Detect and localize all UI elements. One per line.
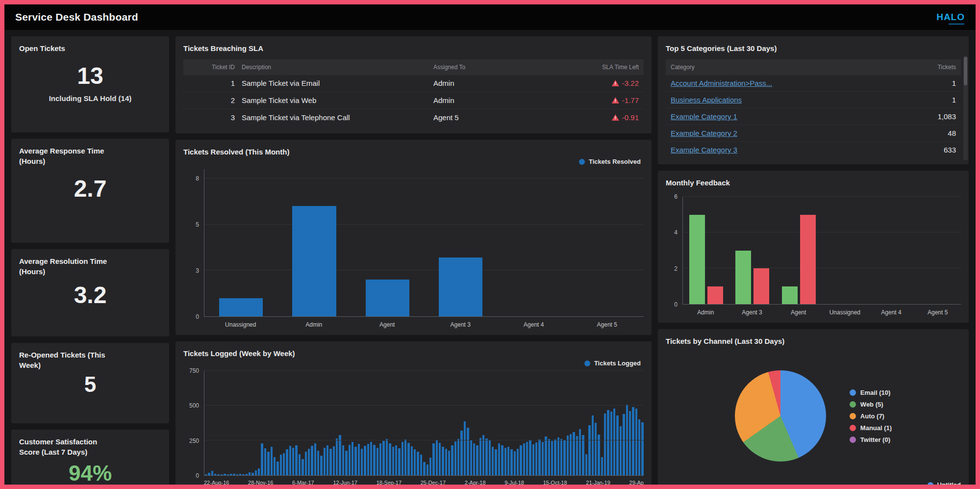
legend-dot-icon <box>850 437 856 443</box>
bar <box>314 443 316 475</box>
bar <box>345 451 347 475</box>
legend-item: Web (5) <box>850 401 892 408</box>
chart-title: Tickets Logged (Week by Week) <box>183 348 644 359</box>
ticket-id: 1 <box>188 79 235 88</box>
tickets-count: 48 <box>892 129 956 137</box>
x-axis-label: 2-Apr-18 <box>465 480 486 485</box>
ticket-description: Sample Ticket via Web <box>242 96 427 105</box>
bar <box>439 257 483 316</box>
table-row[interactable]: 3 Sample Ticket via Telephone Call Agent… <box>183 109 644 126</box>
col-tickets: Tickets <box>892 64 956 71</box>
bar <box>320 456 322 475</box>
legend-label: Web (5) <box>860 401 883 408</box>
category-link[interactable]: Example Category 1 <box>671 112 737 121</box>
bar <box>327 445 328 475</box>
pie-circle <box>735 370 826 462</box>
category-link[interactable]: Account Administration>Pass... <box>671 79 772 87</box>
legend-item: Email (10) <box>850 389 892 396</box>
bar <box>635 409 637 475</box>
bar <box>538 439 540 475</box>
bar <box>221 474 223 475</box>
scrollbar-thumb[interactable] <box>964 57 967 85</box>
chart-title: Tickets Resolved (This Month) <box>183 147 644 157</box>
bar <box>420 455 422 475</box>
chart-title: Monthly Feedback <box>666 178 961 188</box>
legend-label: Email (10) <box>860 389 890 396</box>
col-sla-time-left: SLA Time Left <box>553 64 639 71</box>
bar <box>417 452 419 475</box>
kpi-subtitle: Including SLA Hold (14) <box>19 94 161 103</box>
bar <box>457 439 459 475</box>
bar-group <box>776 197 822 304</box>
top-bar: Service Desk Dashboard HALO <box>4 4 976 30</box>
pie-legend: Email (10) Web (5) Auto (7) Manual <box>850 389 892 443</box>
bar <box>554 439 556 475</box>
bar <box>535 442 537 475</box>
bar <box>329 449 331 475</box>
ticket-assigned: Agent 5 <box>433 113 546 122</box>
bar <box>382 441 384 475</box>
kpi-value: 94% <box>19 461 161 485</box>
y-tick-label: 0 <box>674 301 678 308</box>
bar <box>349 445 351 475</box>
x-axis-label: Admin <box>277 321 351 328</box>
bar <box>470 440 472 475</box>
bar <box>560 439 562 475</box>
col-ticket-id: Ticket ID <box>188 64 235 71</box>
bar <box>386 439 388 475</box>
legend-label: Twitter (0) <box>860 436 890 443</box>
bar-group <box>424 169 497 316</box>
bar <box>442 447 444 476</box>
x-axis-label: 9-Jul-18 <box>504 480 524 485</box>
y-tick-label: 4 <box>674 229 678 236</box>
bar <box>532 444 534 475</box>
kpi-value: 2.7 <box>19 175 161 202</box>
bar <box>233 474 235 475</box>
bar <box>407 443 409 475</box>
kpi-open-tickets: Open Tickets 13 Including SLA Hold (14) <box>11 36 169 132</box>
category-link[interactable]: Business Applications <box>671 96 742 104</box>
bar <box>246 474 248 475</box>
legend-item: Twitter (0) <box>850 436 892 443</box>
bar <box>283 453 285 475</box>
bar <box>629 411 631 475</box>
y-axis: 6420 <box>666 197 682 305</box>
bar <box>451 445 453 475</box>
bar <box>227 474 229 475</box>
gridline <box>204 440 644 440</box>
ticket-description: Sample Ticket via Telephone Call <box>242 113 427 122</box>
x-axis: AdminAgent 3AgentUnassignedAgent 4Agent … <box>682 305 961 316</box>
chart-legend: Tickets Logged <box>183 359 644 371</box>
halo-logo[interactable]: HALO <box>936 12 965 23</box>
kpi-reopened: Re-Opened Tickets (This Week) 5 <box>11 343 169 423</box>
bar <box>251 473 253 475</box>
bar <box>436 440 438 475</box>
bar <box>373 445 375 475</box>
bar <box>242 474 244 475</box>
kpi-title: Customer Satisfaction Score (Last 7 Days… <box>19 437 112 457</box>
kpi-csat: Customer Satisfaction Score (Last 7 Days… <box>11 430 169 485</box>
bar <box>551 441 553 475</box>
y-tick-label: 250 <box>189 438 199 444</box>
category-link[interactable]: Example Category 3 <box>671 146 737 154</box>
bar <box>217 474 219 475</box>
table-row[interactable]: 2 Sample Ticket via Web Admin -1.77 <box>183 92 644 109</box>
legend-dot-icon <box>584 360 590 366</box>
bar <box>510 449 512 475</box>
legend-item: Manual (1) <box>850 424 892 432</box>
x-axis-label: Agent <box>351 321 424 328</box>
bar <box>545 437 547 475</box>
bar <box>454 441 456 475</box>
bar <box>292 206 336 316</box>
ticket-description: Sample Ticket via Email <box>242 79 427 88</box>
table-row: Account Administration>Pass... 1 <box>666 75 961 92</box>
x-axis-label: 21-Jan-19 <box>586 480 610 485</box>
y-tick-label: 5 <box>196 221 199 228</box>
bar <box>529 440 531 475</box>
panel-title: Tickets Breaching SLA <box>183 43 644 53</box>
bar <box>333 446 335 475</box>
category-link[interactable]: Example Category 2 <box>671 129 737 137</box>
table-row[interactable]: 1 Sample Ticket via Email Admin -3.22 <box>183 75 644 92</box>
bar <box>445 449 447 475</box>
bar <box>479 438 481 475</box>
